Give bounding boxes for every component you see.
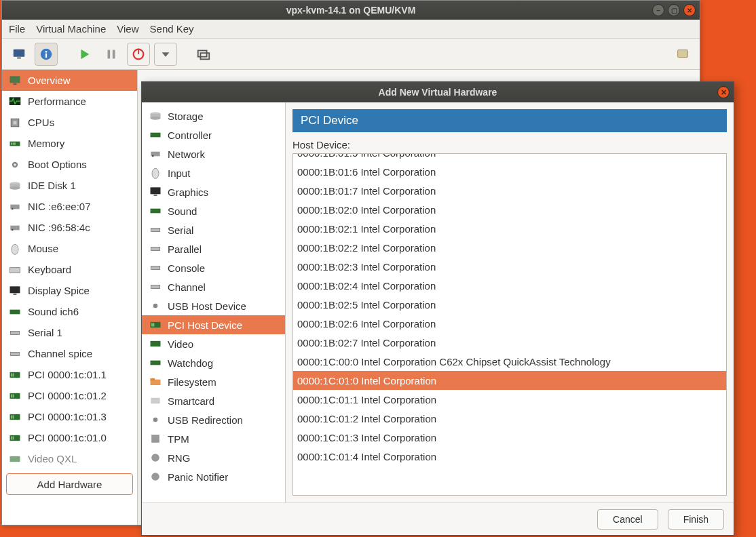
add-hardware-button[interactable]: Add Hardware <box>6 473 133 495</box>
menu-sendkey[interactable]: Send Key <box>150 23 194 35</box>
device-row[interactable]: 0000:1B:02:1 Intel Corporation <box>293 219 726 238</box>
cancel-button[interactable]: Cancel <box>597 509 658 530</box>
folder-icon <box>149 375 162 389</box>
category-label: TPM <box>168 433 189 445</box>
host-device-list[interactable]: 0000:1B:01:5 Intel Corporation0000:1B:01… <box>292 153 727 496</box>
hardware-category-item[interactable]: Network <box>142 144 285 163</box>
hardware-category-item[interactable]: Video <box>142 334 285 353</box>
sidebar-item[interactable]: PCI 0000:1c:01.2 <box>2 385 137 406</box>
sidebar-item[interactable]: Performance <box>2 91 137 112</box>
dialog-close-button[interactable]: ✕ <box>717 86 730 98</box>
device-row[interactable]: 0000:1C:01:3 Intel Corporation <box>293 428 726 447</box>
device-row[interactable]: 0000:1B:02:3 Intel Corporation <box>293 257 726 276</box>
sidebar-item-label: Video QXL <box>28 453 77 464</box>
hardware-category-item[interactable]: Watchdog <box>142 353 285 372</box>
svg-point-3 <box>45 50 48 52</box>
pci-icon <box>149 318 162 332</box>
svg-rect-68 <box>151 323 153 327</box>
category-label: Input <box>168 167 190 179</box>
category-label: Storage <box>168 111 204 122</box>
sound-icon <box>149 204 162 218</box>
svg-rect-37 <box>10 331 19 334</box>
device-row[interactable]: 0000:1C:01:2 Intel Corporation <box>293 409 726 428</box>
power-button[interactable] <box>127 43 150 66</box>
snapshots-icon <box>196 47 211 62</box>
sidebar-item[interactable]: Keyboard <box>2 259 137 280</box>
hardware-category-item[interactable]: Console <box>142 258 285 277</box>
device-row[interactable]: 0000:1B:02:2 Intel Corporation <box>293 238 726 257</box>
fullscreen-button[interactable] <box>671 43 694 66</box>
pause-button[interactable] <box>100 43 123 66</box>
close-button[interactable]: ✕ <box>683 4 696 16</box>
console-button[interactable] <box>7 43 31 66</box>
device-row[interactable]: 0000:1B:02:7 Intel Corporation <box>293 333 726 352</box>
finish-button[interactable]: Finish <box>668 509 724 530</box>
sidebar-item[interactable]: Sound ich6 <box>2 301 137 322</box>
svg-point-66 <box>153 304 158 309</box>
device-row[interactable]: 0000:1B:01:6 Intel Corporation <box>293 162 726 181</box>
hardware-category-item[interactable]: Storage <box>142 106 285 125</box>
svg-rect-29 <box>12 207 14 210</box>
sidebar-item[interactable]: IDE Disk 1 <box>2 175 137 196</box>
svg-marker-10 <box>162 52 170 56</box>
sidebar-item[interactable]: Mouse <box>2 238 137 259</box>
svg-rect-36 <box>10 309 20 314</box>
hardware-category-item[interactable]: Channel <box>142 277 285 296</box>
svg-rect-43 <box>11 394 12 397</box>
sidebar-item[interactable]: Video QXL <box>2 448 137 469</box>
menu-vm[interactable]: Virtual Machine <box>36 23 106 35</box>
dialog-form-pane: PCI Device Host Device: 0000:1B:01:5 Int… <box>286 102 734 502</box>
device-row[interactable]: 0000:1C:01:1 Intel Corporation <box>293 390 726 409</box>
device-row[interactable]: 0000:1B:01:5 Intel Corporation <box>293 153 726 162</box>
menu-file[interactable]: File <box>9 23 25 35</box>
device-row[interactable]: 0000:1B:02:0 Intel Corporation <box>293 200 726 219</box>
sidebar-item[interactable]: PCI 0000:1c:01.0 <box>2 427 137 448</box>
device-row[interactable]: 0000:1B:02:5 Intel Corporation <box>293 295 726 314</box>
sidebar-item[interactable]: Memory <box>2 133 137 154</box>
run-button[interactable] <box>73 43 96 66</box>
menu-view[interactable]: View <box>117 23 138 35</box>
sidebar-item[interactable]: Overview <box>2 70 137 91</box>
hardware-category-item[interactable]: Smartcard <box>142 391 285 410</box>
sidebar-item[interactable]: PCI 0000:1c:01.1 <box>2 364 137 385</box>
hardware-category-item[interactable]: Graphics <box>142 182 285 201</box>
hardware-category-item[interactable]: USB Redirection <box>142 410 285 429</box>
maximize-button[interactable]: ▢ <box>668 4 680 16</box>
hardware-category-item[interactable]: Input <box>142 163 285 182</box>
device-row[interactable]: 0000:1B:01:7 Intel Corporation <box>293 181 726 200</box>
device-row[interactable]: 0000:1C:00:0 Intel Corporation C62x Chip… <box>293 352 726 371</box>
minimize-button[interactable]: – <box>652 4 664 16</box>
hardware-category-item[interactable]: Controller <box>142 125 285 144</box>
nic-icon <box>7 199 22 214</box>
hardware-category-item[interactable]: Parallel <box>142 239 285 258</box>
sidebar-item[interactable]: Serial 1 <box>2 322 137 343</box>
display-icon <box>149 185 162 199</box>
sidebar-item[interactable]: Channel spice <box>2 343 137 364</box>
power-menu-button[interactable] <box>154 43 177 66</box>
hardware-category-item[interactable]: Panic Notifier <box>142 467 285 486</box>
device-row[interactable]: 0000:1C:01:0 Intel Corporation <box>293 371 726 390</box>
details-button[interactable] <box>35 43 58 66</box>
hardware-category-item[interactable]: Filesystem <box>142 372 285 391</box>
sidebar-item[interactable]: NIC :96:58:4c <box>2 217 137 238</box>
hardware-category-item[interactable]: TPM <box>142 429 285 448</box>
hardware-category-item[interactable]: Sound <box>142 201 285 220</box>
sidebar-item[interactable]: Boot Options <box>2 154 137 175</box>
svg-rect-38 <box>10 352 19 355</box>
sidebar-item[interactable]: PCI 0000:1c:01.3 <box>2 406 137 427</box>
svg-point-27 <box>10 186 20 189</box>
smartcard-icon <box>149 394 162 407</box>
hardware-category-item[interactable]: PCI Host Device <box>142 315 285 334</box>
device-row[interactable]: 0000:1B:02:4 Intel Corporation <box>293 276 726 295</box>
sidebar-item[interactable]: CPUs <box>2 112 137 133</box>
serial-icon <box>149 223 162 237</box>
sidebar-item[interactable]: NIC :e6:ee:07 <box>2 196 137 217</box>
device-row[interactable]: 0000:1C:01:4 Intel Corporation <box>293 447 726 466</box>
hardware-category-item[interactable]: USB Host Device <box>142 296 285 315</box>
hardware-category-item[interactable]: RNG <box>142 448 285 467</box>
add-hardware-label: Add Hardware <box>37 479 102 490</box>
snapshots-button[interactable] <box>192 43 215 66</box>
device-row[interactable]: 0000:1B:02:6 Intel Corporation <box>293 314 726 333</box>
hardware-category-item[interactable]: Serial <box>142 220 285 239</box>
sidebar-item[interactable]: Display Spice <box>2 280 137 301</box>
